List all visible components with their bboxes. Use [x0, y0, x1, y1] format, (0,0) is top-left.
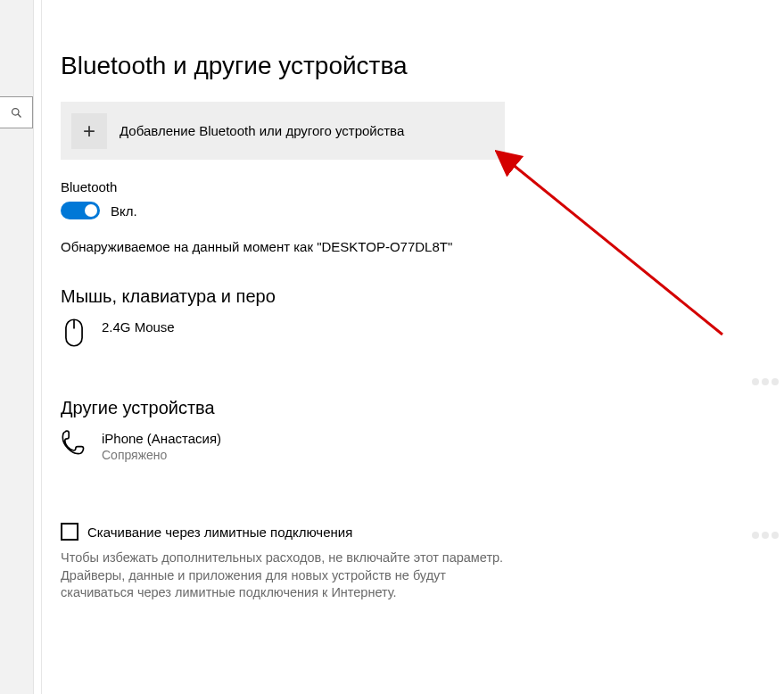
- svg-line-1: [18, 114, 21, 117]
- metered-checkbox[interactable]: [61, 523, 78, 541]
- mouse-icon: [61, 318, 87, 348]
- plus-icon: +: [71, 113, 107, 149]
- device-status: Сопряжено: [102, 448, 221, 462]
- section-title-other: Другие устройства: [61, 398, 596, 418]
- watermark-dots: [752, 378, 779, 385]
- phone-icon: [61, 429, 87, 459]
- search-icon: [10, 106, 23, 120]
- device-name: iPhone (Анастасия): [102, 431, 221, 446]
- bluetooth-toggle[interactable]: [61, 202, 100, 219]
- device-name: 2.4G Mouse: [102, 319, 175, 335]
- metered-help-text: Чтобы избежать дополнительных расходов, …: [61, 549, 507, 602]
- svg-point-0: [12, 108, 19, 115]
- metered-checkbox-label: Скачивание через лимитные подключения: [87, 525, 352, 540]
- section-title-mouse: Мышь, клавиатура и перо: [61, 286, 596, 307]
- content-area: Bluetooth и другие устройства + Добавлен…: [61, 52, 596, 602]
- add-device-label: Добавление Bluetooth или другого устройс…: [120, 123, 404, 138]
- add-device-button[interactable]: + Добавление Bluetooth или другого устро…: [61, 102, 505, 160]
- left-rail: [0, 0, 34, 694]
- device-row-phone[interactable]: iPhone (Анастасия) Сопряжено: [61, 429, 596, 462]
- page-title: Bluetooth и другие устройства: [61, 52, 596, 80]
- device-row-mouse[interactable]: 2.4G Mouse: [61, 318, 596, 348]
- bluetooth-toggle-state: Вкл.: [111, 203, 137, 219]
- watermark-dots: [752, 532, 779, 539]
- search-button[interactable]: [0, 96, 33, 128]
- discoverable-text: Обнаруживаемое на данный момент как "DES…: [61, 239, 596, 254]
- bluetooth-label: Bluetooth: [61, 179, 596, 194]
- separator: [41, 0, 42, 694]
